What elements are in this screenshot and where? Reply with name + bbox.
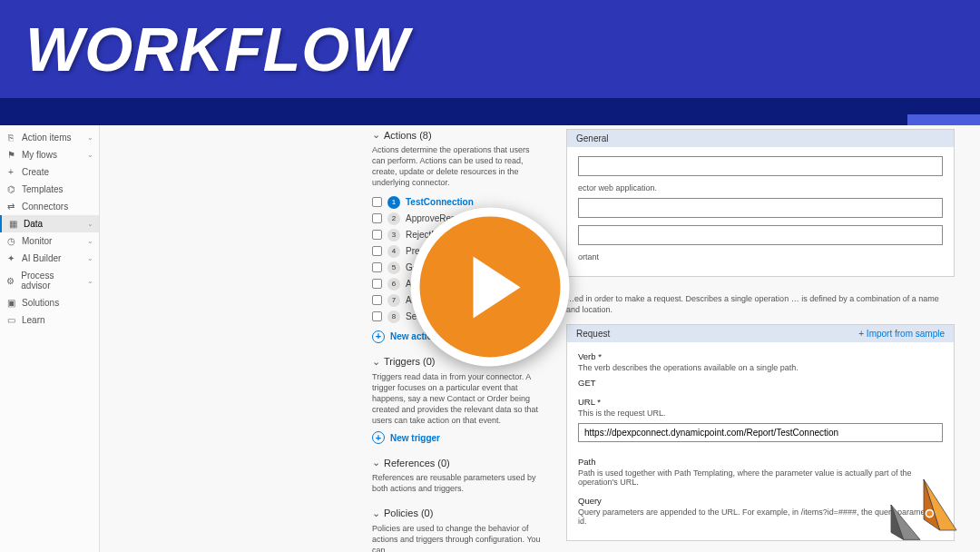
checkbox-icon[interactable] bbox=[372, 197, 382, 207]
actions-desc: Actions determine the operations that us… bbox=[372, 144, 544, 189]
process-advisor-icon: ⚙ bbox=[5, 276, 15, 286]
sidebar-item-label: Solutions bbox=[22, 298, 59, 308]
step-number: 7 bbox=[387, 294, 400, 307]
monitor-icon: ◷ bbox=[5, 236, 16, 246]
sidebar-item-label: Data bbox=[24, 219, 43, 229]
chevron-down-icon: ⌄ bbox=[87, 237, 93, 245]
sidebar-item-learn[interactable]: ▭ Learn bbox=[0, 311, 99, 329]
path-label: Path bbox=[578, 457, 943, 467]
references-header[interactable]: ⌄ References (0) bbox=[372, 457, 544, 468]
sidebar-item-process-advisor[interactable]: ⚙ Process advisor ⌄ bbox=[0, 267, 99, 294]
request-intro-text: …ed in order to make a request. Describe… bbox=[566, 293, 955, 315]
import-from-sample-button[interactable]: + Import from sample bbox=[858, 329, 945, 339]
summary-input[interactable] bbox=[578, 156, 943, 176]
chevron-down-icon: ⌄ bbox=[87, 133, 93, 142]
sidebar-item-create[interactable]: + Create bbox=[0, 163, 99, 181]
checkbox-icon[interactable] bbox=[372, 246, 382, 256]
verb-desc: The verb describes the operations availa… bbox=[578, 363, 943, 372]
sidebar-item-label: My flows bbox=[22, 150, 57, 160]
policies-section: ⌄ Policies (0) Policies are used to chan… bbox=[372, 508, 544, 552]
url-input[interactable] bbox=[578, 423, 943, 442]
sidebar-item-action-items[interactable]: ⎘ Action items ⌄ bbox=[0, 129, 99, 146]
url-desc: This is the request URL. bbox=[578, 409, 943, 418]
sidebar: ⎘ Action items ⌄ ⚑ My flows ⌄ + Create ⌬… bbox=[0, 125, 100, 552]
flows-icon: ⚑ bbox=[5, 150, 16, 160]
video-banner: WORKFLOW bbox=[0, 0, 980, 98]
sidebar-item-ai-builder[interactable]: ✦ AI Builder ⌄ bbox=[0, 250, 99, 267]
checkbox-icon[interactable] bbox=[372, 311, 382, 321]
general-panel-header: General bbox=[567, 130, 954, 147]
policies-header[interactable]: ⌄ Policies (0) bbox=[372, 508, 544, 519]
add-label: New trigger bbox=[390, 433, 440, 443]
banner-title: WORKFLOW bbox=[25, 14, 409, 84]
sidebar-item-label: Action items bbox=[22, 133, 71, 143]
sidebar-item-label: Templates bbox=[22, 184, 64, 194]
plus-icon: + bbox=[5, 167, 16, 177]
chevron-down-icon: ⌄ bbox=[87, 254, 93, 262]
policies-desc: Policies are used to change the behavior… bbox=[372, 523, 544, 552]
section-title: References (0) bbox=[384, 458, 450, 468]
step-number: 1 bbox=[387, 196, 400, 209]
checkbox-icon[interactable] bbox=[372, 279, 382, 289]
verb-value: GET bbox=[578, 378, 943, 388]
svg-point-4 bbox=[926, 510, 933, 518]
url-label: URL * bbox=[578, 397, 943, 407]
panel-title: General bbox=[576, 133, 609, 143]
sidebar-item-label: Create bbox=[22, 167, 49, 177]
references-section: ⌄ References (0) References are reusable… bbox=[372, 457, 544, 494]
sidebar-item-templates[interactable]: ⌬ Templates bbox=[0, 181, 99, 198]
sidebar-item-solutions[interactable]: ▣ Solutions bbox=[0, 294, 99, 311]
chevron-down-icon: ⌄ bbox=[372, 508, 380, 519]
section-title: Policies (0) bbox=[384, 508, 433, 518]
section-title: Triggers (0) bbox=[384, 356, 435, 367]
banner-strip bbox=[0, 98, 980, 125]
summary-note: ector web application. bbox=[578, 183, 943, 192]
action-label: TestConnection bbox=[406, 197, 474, 207]
chevron-down-icon: ⌄ bbox=[87, 220, 93, 228]
triggers-desc: Triggers read data in from your connecto… bbox=[372, 371, 544, 427]
verb-label: Verb * bbox=[578, 351, 943, 361]
section-title: Actions (8) bbox=[384, 130, 432, 141]
chevron-down-icon: ⌄ bbox=[87, 277, 93, 285]
checkbox-icon[interactable] bbox=[372, 213, 382, 223]
chevron-down-icon: ⌄ bbox=[87, 151, 93, 159]
operationid-input[interactable] bbox=[578, 225, 943, 245]
chevron-down-icon: ⌄ bbox=[372, 129, 380, 141]
sidebar-item-label: Process advisor bbox=[21, 271, 82, 291]
general-panel: General ector web application. ortant bbox=[566, 129, 955, 277]
step-number: 5 bbox=[387, 261, 400, 274]
sidebar-item-my-flows[interactable]: ⚑ My flows ⌄ bbox=[0, 146, 99, 163]
connectors-icon: ⇄ bbox=[5, 202, 16, 212]
step-number: 8 bbox=[387, 310, 400, 323]
checkbox-icon[interactable] bbox=[372, 295, 382, 305]
action-testconnection[interactable]: 1 TestConnection bbox=[372, 194, 544, 211]
company-logo bbox=[887, 476, 960, 541]
plus-circle-icon: + bbox=[372, 431, 385, 444]
step-number: 4 bbox=[387, 245, 400, 258]
general-panel-body: ector web application. ortant bbox=[567, 147, 954, 276]
references-desc: References are reusable parameters used … bbox=[372, 472, 544, 494]
checkbox-icon[interactable] bbox=[372, 230, 382, 240]
request-panel-header: Request + Import from sample bbox=[567, 325, 954, 342]
sidebar-item-monitor[interactable]: ◷ Monitor ⌄ bbox=[0, 232, 99, 250]
chevron-down-icon: ⌄ bbox=[372, 457, 380, 468]
actions-header[interactable]: ⌄ Actions (8) bbox=[372, 129, 544, 141]
description-input[interactable] bbox=[578, 198, 943, 218]
new-trigger-button[interactable]: + New trigger bbox=[372, 431, 544, 444]
visibility-note: ortant bbox=[578, 252, 943, 261]
data-icon: ▦ bbox=[7, 219, 18, 229]
sidebar-item-connectors[interactable]: ⇄ Connectors bbox=[0, 198, 99, 215]
learn-icon: ▭ bbox=[5, 315, 16, 325]
plus-circle-icon: + bbox=[372, 330, 385, 343]
step-number: 3 bbox=[387, 229, 400, 242]
sidebar-item-data[interactable]: ▦ Data ⌄ bbox=[0, 215, 99, 232]
sidebar-item-label: Connectors bbox=[22, 202, 68, 212]
sidebar-item-label: AI Builder bbox=[22, 253, 61, 263]
ai-builder-icon: ✦ bbox=[5, 253, 16, 263]
checkbox-icon[interactable] bbox=[372, 262, 382, 272]
step-number: 2 bbox=[387, 212, 400, 225]
sidebar-item-label: Learn bbox=[22, 315, 45, 325]
play-button[interactable] bbox=[411, 208, 570, 367]
templates-icon: ⌬ bbox=[5, 184, 16, 194]
chevron-down-icon: ⌄ bbox=[372, 356, 380, 368]
